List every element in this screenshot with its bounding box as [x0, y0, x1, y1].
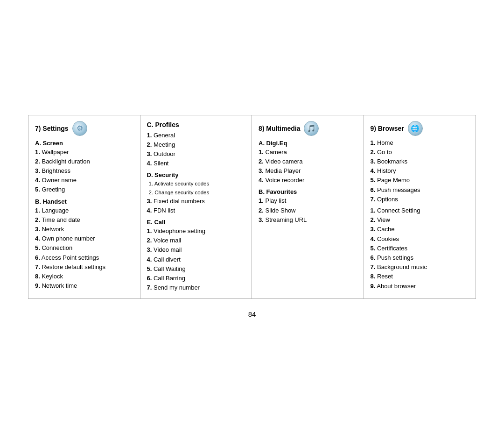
- list-item: 7. Send my number: [147, 284, 245, 292]
- list-item: 4. Own phone number: [35, 234, 133, 243]
- page-number: 84: [248, 310, 256, 318]
- list-item: 6. Access Point settings: [35, 254, 133, 262]
- list-item: 5. Certificates: [371, 244, 469, 253]
- list-item: 7. Options: [371, 195, 469, 204]
- list-item: 7. Restore default settings: [35, 263, 133, 271]
- list-item: 1. Play list: [259, 197, 357, 205]
- list-item: 2. Go to: [371, 148, 469, 156]
- list-item: 4. Voice recorder: [259, 176, 357, 185]
- list-item: 1. Language: [35, 206, 133, 215]
- main-table: 7) Settings ⚙ A. Screen 1. Wallpaper 2. …: [28, 115, 476, 299]
- list-item: 5. Connection: [35, 244, 133, 252]
- list-item: 3. Outdoor: [147, 150, 245, 158]
- list-item: 1. Wallpaper: [35, 148, 133, 156]
- multimedia-icon: 🎵: [304, 121, 319, 136]
- list-item: 2. Time and date: [35, 216, 133, 224]
- section-b-handset: B. Handset: [35, 198, 133, 205]
- settings-icon: ⚙: [72, 121, 87, 136]
- list-item: 1. General: [147, 131, 245, 140]
- list-item: 6. Push settings: [371, 254, 469, 262]
- list-item: 5. Greeting: [35, 185, 133, 194]
- col-profiles-header: C. Profiles: [147, 121, 245, 128]
- col-profiles: C. Profiles 1. General 2. Meeting 3. Out…: [140, 115, 252, 299]
- col-settings-header: 7) Settings ⚙: [35, 121, 133, 136]
- list-item: 3. Video mail: [147, 246, 245, 254]
- list-item: 1. Home: [371, 139, 469, 147]
- list-item: 2. Change security codes: [147, 189, 245, 196]
- col-multimedia-title: 8) Multimedia: [259, 125, 300, 132]
- page-wrapper: 7) Settings ⚙ A. Screen 1. Wallpaper 2. …: [0, 96, 504, 337]
- section-a-screen: A. Screen: [35, 140, 133, 147]
- list-item: 5. Page Memo: [371, 176, 469, 185]
- list-item: 2. Meeting: [147, 141, 245, 149]
- col-browser-title: 9) Browser: [371, 125, 404, 132]
- list-item: 8. Keylock: [35, 272, 133, 281]
- list-item: 9. About browser: [371, 282, 469, 291]
- list-item: 5. Call Waiting: [147, 265, 245, 273]
- section-a-digieq: A. Digi.Eq: [259, 140, 357, 147]
- list-item: 8. Reset: [371, 272, 469, 281]
- list-item: 4. Silent: [147, 159, 245, 168]
- list-item: 3. Cache: [371, 225, 469, 234]
- list-item: 1. Connect Setting: [371, 206, 469, 215]
- list-item: 1. Camera: [259, 148, 357, 156]
- list-item: 2. View: [371, 216, 469, 224]
- list-item: 4. History: [371, 167, 469, 175]
- list-item: 2. Backlight duration: [35, 157, 133, 166]
- section-d-security: D. Security: [147, 171, 245, 178]
- section-b-favourites: B. Favourites: [259, 188, 357, 195]
- browser-icon: 🌐: [408, 121, 423, 136]
- col-browser: 9) Browser 🌐 1. Home 2. Go to 3. Bookmar…: [364, 115, 476, 299]
- list-item: 3. Network: [35, 225, 133, 234]
- list-item: 1. Videophone setting: [147, 227, 245, 235]
- section-e-call: E. Call: [147, 219, 245, 226]
- list-item: 1. Activate security codes: [147, 180, 245, 187]
- col-multimedia-header: 8) Multimedia 🎵: [259, 121, 357, 136]
- list-item: 9. Network time: [35, 282, 133, 290]
- list-item: 4. Cookies: [371, 235, 469, 243]
- col-settings-title: 7) Settings: [35, 125, 69, 132]
- list-item: 7. Background music: [371, 263, 469, 271]
- list-item: 3. Bookmarks: [371, 157, 469, 166]
- col-profiles-title: C. Profiles: [147, 121, 179, 128]
- list-item: 3. Media Player: [259, 167, 357, 175]
- list-item: 4. Owner name: [35, 176, 133, 185]
- list-item: 2. Slide Show: [259, 206, 357, 215]
- list-item: 6. Push messages: [371, 186, 469, 194]
- col-settings: 7) Settings ⚙ A. Screen 1. Wallpaper 2. …: [28, 115, 140, 299]
- list-item: 6. Call Barring: [147, 274, 245, 283]
- list-item: 2. Video camera: [259, 157, 357, 166]
- list-item: 3. Brightness: [35, 167, 133, 175]
- col-multimedia: 8) Multimedia 🎵 A. Digi.Eq 1. Camera 2. …: [252, 115, 364, 299]
- list-item: 3. Streaming URL: [259, 216, 357, 224]
- list-item: 4. FDN list: [147, 206, 245, 215]
- list-item: 2. Voice mail: [147, 236, 245, 245]
- col-browser-header: 9) Browser 🌐: [371, 121, 469, 136]
- list-item: 4. Call divert: [147, 256, 245, 264]
- list-item: 3. Fixed dial numbers: [147, 197, 245, 206]
